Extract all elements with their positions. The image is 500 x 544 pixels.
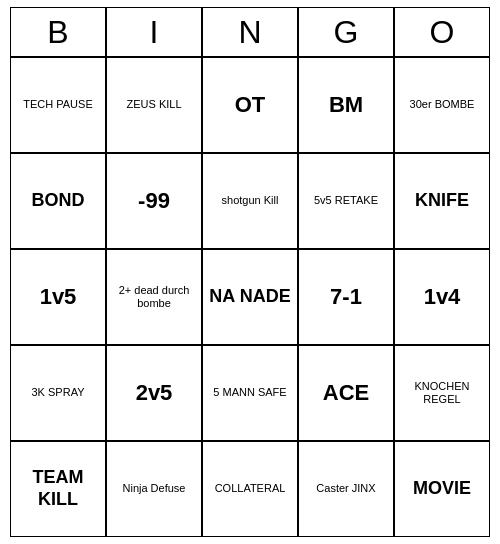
bingo-cell-2-2: NA NADE — [202, 249, 298, 345]
bingo-cell-4-2: COLLATERAL — [202, 441, 298, 537]
bingo-card: BINGO TECH PAUSEZEUS KILLOTBM30er BOMBEB… — [10, 7, 490, 537]
bingo-cell-0-0: TECH PAUSE — [10, 57, 106, 153]
bingo-cell-1-3: 5v5 RETAKE — [298, 153, 394, 249]
bingo-row-1: BOND-99shotgun Kill5v5 RETAKEKNIFE — [10, 153, 490, 249]
bingo-cell-1-2: shotgun Kill — [202, 153, 298, 249]
header-letter-b: B — [10, 7, 106, 57]
bingo-row-0: TECH PAUSEZEUS KILLOTBM30er BOMBE — [10, 57, 490, 153]
bingo-cell-3-2: 5 MANN SAFE — [202, 345, 298, 441]
bingo-cell-0-3: BM — [298, 57, 394, 153]
bingo-cell-1-0: BOND — [10, 153, 106, 249]
header-letter-i: I — [106, 7, 202, 57]
bingo-cell-3-0: 3K SPRAY — [10, 345, 106, 441]
bingo-cell-1-1: -99 — [106, 153, 202, 249]
bingo-row-2: 1v52+ dead durch bombeNA NADE7-11v4 — [10, 249, 490, 345]
bingo-cell-4-1: Ninja Defuse — [106, 441, 202, 537]
header-letter-o: O — [394, 7, 490, 57]
bingo-row-3: 3K SPRAY2v55 MANN SAFEACEKNOCHEN REGEL — [10, 345, 490, 441]
header-letter-g: G — [298, 7, 394, 57]
bingo-cell-1-4: KNIFE — [394, 153, 490, 249]
bingo-cell-2-4: 1v4 — [394, 249, 490, 345]
bingo-cell-0-1: ZEUS KILL — [106, 57, 202, 153]
bingo-cell-4-0: TEAM KILL — [10, 441, 106, 537]
bingo-cell-2-1: 2+ dead durch bombe — [106, 249, 202, 345]
bingo-cell-0-4: 30er BOMBE — [394, 57, 490, 153]
bingo-cell-3-4: KNOCHEN REGEL — [394, 345, 490, 441]
bingo-cell-3-3: ACE — [298, 345, 394, 441]
bingo-cell-4-3: Caster JINX — [298, 441, 394, 537]
header-letter-n: N — [202, 7, 298, 57]
bingo-cell-2-0: 1v5 — [10, 249, 106, 345]
bingo-row-4: TEAM KILLNinja DefuseCOLLATERALCaster JI… — [10, 441, 490, 537]
bingo-grid: TECH PAUSEZEUS KILLOTBM30er BOMBEBOND-99… — [10, 57, 490, 537]
bingo-cell-4-4: MOVIE — [394, 441, 490, 537]
bingo-header: BINGO — [10, 7, 490, 57]
bingo-cell-3-1: 2v5 — [106, 345, 202, 441]
bingo-cell-0-2: OT — [202, 57, 298, 153]
bingo-cell-2-3: 7-1 — [298, 249, 394, 345]
